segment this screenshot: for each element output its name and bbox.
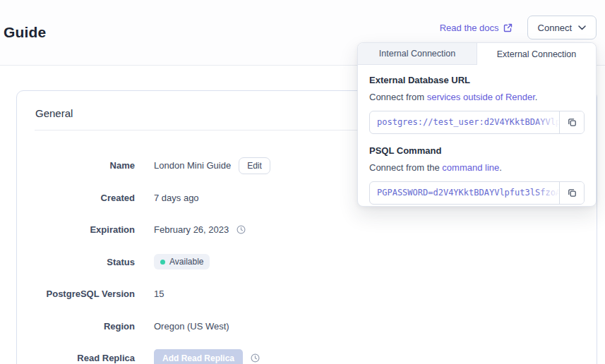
copy-external-db-url-button[interactable] [559,111,584,133]
external-db-url-field: postgres://test_user:d2V4YKktBDAYVlpfut3… [369,111,585,134]
copy-icon [567,117,577,128]
external-link-icon [503,23,513,32]
row-region-label: Region [17,321,135,332]
copy-icon [567,188,577,198]
row-created-label: Created [17,193,135,203]
row-status-value-group: Available [154,254,210,269]
tab-external-connection[interactable]: External Connection [477,43,596,65]
desc-text-end: . [535,92,538,102]
external-db-url-value[interactable]: postgres://test_user:d2V4YKktBDAYVlpfut3… [370,111,559,133]
page-title: Guide [4,24,47,41]
row-status-label: Status [17,257,135,267]
row-name-value-group: London Mini Guide Edit [154,157,270,174]
row-status: Status Available [17,246,597,279]
command-line-link[interactable]: command line [442,162,499,173]
psql-command-desc: Connect from the command line. [369,162,585,173]
row-region: Region Oregon (US West) [17,310,597,343]
row-read-replica: Read Replica Add Read Replica [17,342,597,364]
row-read-replica-value-group: Add Read Replica [154,349,260,364]
connect-dropdown-panel: Internal Connection External Connection … [357,42,597,207]
edit-name-button[interactable]: Edit [239,157,270,174]
row-postgres-version-value: 15 [154,289,164,299]
expiration-clock-icon[interactable] [236,225,246,234]
connect-button[interactable]: Connect [527,16,597,40]
psql-command-value[interactable]: PGPASSWORD=d2V4YKktBDAYVlpfut3lSfzoAWhwb… [370,182,559,204]
tab-internal-connection[interactable]: Internal Connection [358,43,477,65]
chevron-down-icon [578,25,586,30]
read-the-docs-label: Read the docs [440,23,499,33]
desc-text-end: . [499,162,502,173]
row-read-replica-label: Read Replica [17,353,135,363]
row-created-value: 7 days ago [154,193,199,203]
row-name-value: London Mini Guide [154,160,231,171]
read-the-docs-link[interactable]: Read the docs [440,23,513,33]
psql-command-field: PGPASSWORD=d2V4YKktBDAYVlpfut3lSfzoAWhwb… [369,181,585,205]
row-postgres-version: PostgreSQL Version 15 [17,278,597,310]
external-db-url-desc: Connect from services outside of Render. [369,92,585,102]
row-name-label: Name [17,160,135,171]
read-replica-info-icon[interactable] [251,353,260,363]
status-dot-icon [160,260,165,265]
row-expiration-value: February 26, 2023 [154,224,229,235]
desc-text: Connect from [369,92,427,102]
row-expiration-label: Expiration [17,224,135,235]
connect-button-label: Connect [538,23,572,33]
header-actions: Read the docs Connect [440,16,597,40]
row-expiration-value-group: February 26, 2023 [154,224,246,235]
row-postgres-version-label: PostgreSQL Version [17,289,135,299]
add-read-replica-button[interactable]: Add Read Replica [154,349,243,364]
desc-text: Connect from the [369,162,442,173]
services-outside-render-link[interactable]: services outside of Render [427,92,535,102]
copy-psql-command-button[interactable] [559,182,584,204]
row-region-value: Oregon (US West) [154,321,229,332]
connect-panel-body: External Database URL Connect from servi… [358,65,596,227]
connection-tabs: Internal Connection External Connection [358,43,596,65]
status-badge: Available [154,254,210,269]
psql-command-heading: PSQL Command [369,145,585,156]
external-db-url-heading: External Database URL [369,75,585,85]
status-badge-label: Available [169,257,203,267]
